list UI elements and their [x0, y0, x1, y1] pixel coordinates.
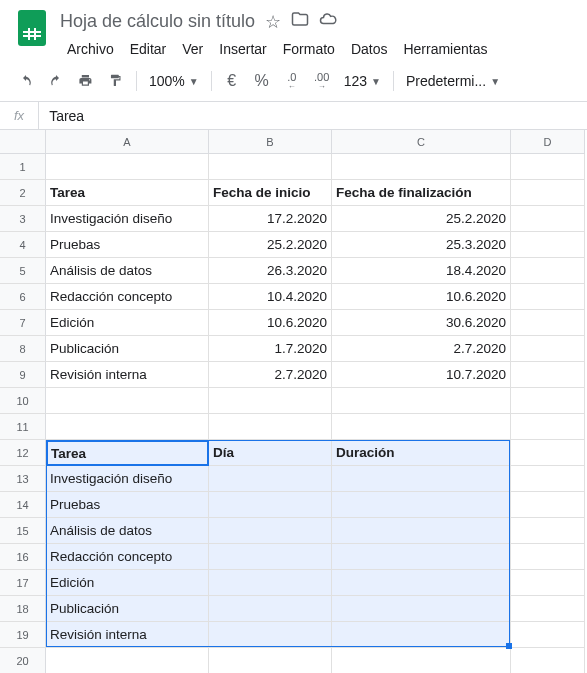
col-header-D[interactable]: D — [511, 130, 585, 154]
menu-formato[interactable]: Formato — [276, 37, 342, 61]
row-header-5[interactable]: 5 — [0, 258, 46, 284]
cell-C8[interactable]: 2.7.2020 — [332, 336, 511, 362]
cell-B19[interactable] — [209, 622, 332, 648]
row-header-15[interactable]: 15 — [0, 518, 46, 544]
cell-A12[interactable]: Tarea — [46, 440, 209, 466]
cell-C9[interactable]: 10.7.2020 — [332, 362, 511, 388]
cell-B5[interactable]: 26.3.2020 — [209, 258, 332, 284]
cell-A2[interactable]: Tarea — [46, 180, 209, 206]
cell-D2[interactable] — [511, 180, 585, 206]
cell-C7[interactable]: 30.6.2020 — [332, 310, 511, 336]
row-header-3[interactable]: 3 — [0, 206, 46, 232]
row-header-12[interactable]: 12 — [0, 440, 46, 466]
cell-C1[interactable] — [332, 154, 511, 180]
cell-C13[interactable] — [332, 466, 511, 492]
cell-C10[interactable] — [332, 388, 511, 414]
increase-decimal-button[interactable]: .00→ — [308, 67, 336, 95]
cell-C20[interactable] — [332, 648, 511, 673]
row-header-8[interactable]: 8 — [0, 336, 46, 362]
row-header-9[interactable]: 9 — [0, 362, 46, 388]
paint-format-button[interactable] — [102, 67, 130, 95]
cell-A16[interactable]: Redacción concepto — [46, 544, 209, 570]
col-header-B[interactable]: B — [209, 130, 332, 154]
cell-D9[interactable] — [511, 362, 585, 388]
row-header-2[interactable]: 2 — [0, 180, 46, 206]
menu-datos[interactable]: Datos — [344, 37, 395, 61]
menu-insertar[interactable]: Insertar — [212, 37, 273, 61]
percent-button[interactable]: % — [248, 67, 276, 95]
decrease-decimal-button[interactable]: .0← — [278, 67, 306, 95]
cell-C3[interactable]: 25.2.2020 — [332, 206, 511, 232]
cell-A18[interactable]: Publicación — [46, 596, 209, 622]
row-header-18[interactable]: 18 — [0, 596, 46, 622]
cell-B10[interactable] — [209, 388, 332, 414]
cell-A3[interactable]: Investigación diseño — [46, 206, 209, 232]
row-header-13[interactable]: 13 — [0, 466, 46, 492]
row-header-20[interactable]: 20 — [0, 648, 46, 673]
cell-D15[interactable] — [511, 518, 585, 544]
zoom-select[interactable]: 100%▼ — [143, 69, 205, 93]
cell-D8[interactable] — [511, 336, 585, 362]
cell-B16[interactable] — [209, 544, 332, 570]
cell-B9[interactable]: 2.7.2020 — [209, 362, 332, 388]
number-format-select[interactable]: 123▼ — [338, 69, 387, 93]
cell-D14[interactable] — [511, 492, 585, 518]
menu-herramientas[interactable]: Herramientas — [396, 37, 494, 61]
print-button[interactable] — [72, 67, 100, 95]
menu-archivo[interactable]: Archivo — [60, 37, 121, 61]
cell-B13[interactable] — [209, 466, 332, 492]
redo-button[interactable] — [42, 67, 70, 95]
cell-B2[interactable]: Fecha de inicio — [209, 180, 332, 206]
row-header-1[interactable]: 1 — [0, 154, 46, 180]
cell-B20[interactable] — [209, 648, 332, 673]
row-header-16[interactable]: 16 — [0, 544, 46, 570]
cell-D6[interactable] — [511, 284, 585, 310]
star-icon[interactable]: ☆ — [265, 11, 281, 33]
cell-D10[interactable] — [511, 388, 585, 414]
cell-D16[interactable] — [511, 544, 585, 570]
formula-input[interactable]: Tarea — [39, 108, 94, 124]
cell-C11[interactable] — [332, 414, 511, 440]
cell-C16[interactable] — [332, 544, 511, 570]
cell-C14[interactable] — [332, 492, 511, 518]
cell-C5[interactable]: 18.4.2020 — [332, 258, 511, 284]
cell-D13[interactable] — [511, 466, 585, 492]
cell-B6[interactable]: 10.4.2020 — [209, 284, 332, 310]
row-header-10[interactable]: 10 — [0, 388, 46, 414]
cell-D7[interactable] — [511, 310, 585, 336]
cell-B7[interactable]: 10.6.2020 — [209, 310, 332, 336]
cell-A6[interactable]: Redacción concepto — [46, 284, 209, 310]
row-header-14[interactable]: 14 — [0, 492, 46, 518]
menu-ver[interactable]: Ver — [175, 37, 210, 61]
cell-D1[interactable] — [511, 154, 585, 180]
cell-A20[interactable] — [46, 648, 209, 673]
cell-A15[interactable]: Análisis de datos — [46, 518, 209, 544]
cell-D5[interactable] — [511, 258, 585, 284]
cell-A11[interactable] — [46, 414, 209, 440]
row-header-19[interactable]: 19 — [0, 622, 46, 648]
col-header-C[interactable]: C — [332, 130, 511, 154]
cell-A14[interactable]: Pruebas — [46, 492, 209, 518]
cell-C4[interactable]: 25.3.2020 — [332, 232, 511, 258]
cell-B4[interactable]: 25.2.2020 — [209, 232, 332, 258]
undo-button[interactable] — [12, 67, 40, 95]
row-header-6[interactable]: 6 — [0, 284, 46, 310]
cell-D4[interactable] — [511, 232, 585, 258]
cloud-icon[interactable] — [319, 10, 337, 33]
cell-A8[interactable]: Publicación — [46, 336, 209, 362]
cell-B12[interactable]: Día — [209, 440, 332, 466]
row-header-7[interactable]: 7 — [0, 310, 46, 336]
cell-A13[interactable]: Investigación diseño — [46, 466, 209, 492]
font-select[interactable]: Predetermi...▼ — [400, 69, 506, 93]
cell-C2[interactable]: Fecha de finalización — [332, 180, 511, 206]
cell-B8[interactable]: 1.7.2020 — [209, 336, 332, 362]
cell-B1[interactable] — [209, 154, 332, 180]
row-header-4[interactable]: 4 — [0, 232, 46, 258]
cell-A19[interactable]: Revisión interna — [46, 622, 209, 648]
cell-C6[interactable]: 10.6.2020 — [332, 284, 511, 310]
cell-C12[interactable]: Duración — [332, 440, 511, 466]
cell-B15[interactable] — [209, 518, 332, 544]
doc-title[interactable]: Hoja de cálculo sin título — [60, 11, 255, 32]
cell-A5[interactable]: Análisis de datos — [46, 258, 209, 284]
row-header-11[interactable]: 11 — [0, 414, 46, 440]
